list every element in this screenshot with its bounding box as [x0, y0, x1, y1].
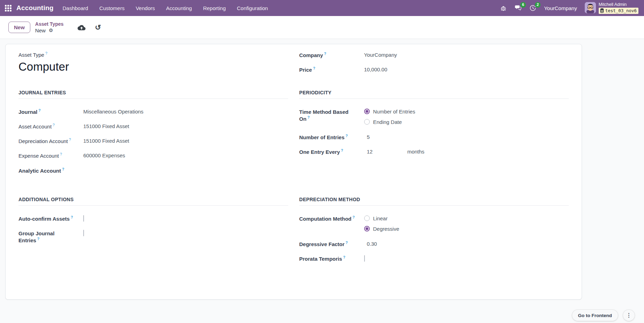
- degressive-factor-input[interactable]: 0.30: [364, 241, 406, 247]
- debug-bug-icon[interactable]: [500, 5, 507, 11]
- form-view: Asset Type? Computer Company? YourCompan…: [0, 39, 644, 323]
- help-icon: ?: [346, 241, 348, 245]
- gear-icon[interactable]: ⚙: [49, 28, 53, 33]
- price-label: Price?: [299, 66, 356, 73]
- depreciation-account-field[interactable]: 151000 Fixed Asset: [83, 138, 129, 144]
- radio-number-of-entries[interactable]: Number of Entries: [364, 109, 415, 115]
- frontend-kebab-button[interactable]: ⋮: [623, 310, 635, 321]
- breadcrumb: Asset Types New ⚙: [35, 21, 63, 33]
- depreciation-method-title: DEPRECIATION METHOD: [299, 197, 569, 206]
- user-name: Mitchell Admin: [599, 2, 638, 7]
- asset-account-field[interactable]: 151000 Fixed Asset: [83, 123, 129, 129]
- group-journal-entries-checkbox[interactable]: [83, 230, 84, 236]
- database-badge[interactable]: test_03_nov6: [599, 8, 638, 14]
- depreciation-method-section: DEPRECIATION METHOD Computation Method? …: [299, 197, 569, 270]
- activities-clock-icon[interactable]: 2: [529, 5, 536, 11]
- analytic-account-label: Analytic Account?: [18, 167, 64, 174]
- breadcrumb-current: New: [35, 27, 46, 33]
- breadcrumb-asset-types[interactable]: Asset Types: [35, 21, 63, 27]
- one-entry-every-label: One Entry Every?: [299, 149, 356, 156]
- menu-accounting[interactable]: Accounting: [166, 4, 192, 13]
- title-block: Asset Type? Computer: [18, 52, 288, 74]
- discard-icon[interactable]: ↺: [95, 24, 101, 31]
- activities-badge: 2: [535, 2, 540, 8]
- save-cloud-icon[interactable]: [77, 24, 86, 31]
- user-menu[interactable]: Mitchell Admin test_03_nov6: [585, 2, 638, 14]
- company-label: Company?: [299, 52, 356, 59]
- help-icon: ?: [71, 215, 73, 219]
- main-menu: Dashboard Customers Vendors Accounting R…: [63, 4, 268, 13]
- price-field[interactable]: 10,000.00: [364, 66, 388, 72]
- time-method-label: Time Method Based On?: [299, 109, 356, 123]
- help-icon: ?: [352, 215, 354, 219]
- asset-type-input[interactable]: Computer: [18, 61, 288, 73]
- menu-vendors[interactable]: Vendors: [136, 4, 155, 13]
- help-icon: ?: [307, 115, 309, 119]
- radio-ending-date[interactable]: Ending Date: [364, 119, 415, 125]
- prorata-temporis-label: Prorata Temporis?: [299, 255, 356, 262]
- control-panel: New Asset Types New ⚙ ↺: [0, 16, 644, 39]
- new-button[interactable]: New: [8, 22, 30, 33]
- asset-account-label: Asset Account?: [18, 123, 75, 130]
- radio-button-icon[interactable]: [364, 119, 370, 125]
- expense-account-field[interactable]: 600000 Expenses: [83, 152, 125, 158]
- radio-button-icon[interactable]: [364, 109, 370, 114]
- journal-label: Journal?: [18, 109, 75, 116]
- apps-grid-icon[interactable]: [5, 5, 12, 11]
- asset-type-label: Asset Type?: [18, 52, 288, 58]
- help-icon: ?: [37, 237, 39, 241]
- company-price-block: Company? YourCompany Price? 10,000.00: [299, 52, 569, 74]
- help-icon: ?: [45, 51, 47, 55]
- topbar: Accounting Dashboard Customers Vendors A…: [0, 0, 644, 16]
- expense-account-label: Expense Account?: [18, 152, 75, 159]
- number-of-entries-label: Number of Entries?: [299, 134, 356, 141]
- help-icon: ?: [313, 66, 315, 70]
- go-to-frontend-button[interactable]: Go to Frontend: [572, 310, 618, 321]
- menu-configuration[interactable]: Configuration: [237, 4, 268, 13]
- one-entry-every-input[interactable]: 12: [364, 149, 406, 155]
- additional-options-title: ADDITIONAL OPTIONS: [18, 197, 288, 206]
- messages-badge: 6: [520, 2, 526, 8]
- computation-method-label: Computation Method?: [299, 215, 356, 222]
- auto-confirm-assets-checkbox[interactable]: [83, 215, 84, 222]
- form-sheet: Asset Type? Computer Company? YourCompan…: [5, 44, 582, 300]
- additional-options-section: ADDITIONAL OPTIONS Auto-confirm Assets? …: [18, 197, 288, 270]
- degressive-factor-label: Degressive Factor?: [299, 241, 356, 248]
- company-field[interactable]: YourCompany: [364, 52, 397, 58]
- help-icon: ?: [341, 148, 343, 152]
- radio-button-icon[interactable]: [364, 215, 370, 221]
- journal-entries-title: JOURNAL ENTRIES: [18, 90, 288, 99]
- number-of-entries-input[interactable]: 5: [364, 134, 406, 140]
- one-entry-every-unit: months: [407, 149, 424, 155]
- journal-entries-section: JOURNAL ENTRIES Journal? Miscellaneous O…: [18, 90, 288, 182]
- help-icon: ?: [38, 108, 40, 112]
- menu-dashboard[interactable]: Dashboard: [63, 4, 88, 13]
- prorata-temporis-checkbox[interactable]: [364, 255, 365, 262]
- avatar[interactable]: [585, 2, 596, 13]
- periodicity-section: PERIODICITY Time Method Based On? Number…: [299, 90, 569, 182]
- help-icon: ?: [69, 137, 71, 142]
- radio-button-icon[interactable]: [364, 226, 370, 231]
- menu-reporting[interactable]: Reporting: [203, 4, 226, 13]
- help-icon: ?: [324, 52, 326, 56]
- help-icon: ?: [343, 255, 345, 259]
- help-icon: ?: [62, 167, 64, 171]
- help-icon: ?: [346, 134, 348, 138]
- menu-customers[interactable]: Customers: [99, 4, 125, 13]
- radio-linear[interactable]: Linear: [364, 215, 399, 221]
- periodicity-title: PERIODICITY: [299, 90, 569, 99]
- depreciation-account-label: Depreciation Account?: [18, 138, 75, 145]
- journal-field[interactable]: Miscellaneous Operations: [83, 109, 144, 115]
- group-journal-entries-label: Group Journal Entries?: [18, 230, 75, 244]
- help-icon: ?: [53, 123, 55, 127]
- messages-icon[interactable]: 6: [514, 5, 522, 11]
- company-switcher[interactable]: YourCompany: [544, 5, 577, 11]
- help-icon: ?: [60, 152, 62, 156]
- radio-degressive[interactable]: Degressive: [364, 226, 399, 232]
- database-icon: [600, 8, 604, 13]
- kebab-icon: ⋮: [626, 313, 632, 318]
- database-name: test_03_nov6: [605, 8, 637, 13]
- app-title: Accounting: [16, 4, 54, 12]
- auto-confirm-assets-label: Auto-confirm Assets?: [18, 215, 75, 222]
